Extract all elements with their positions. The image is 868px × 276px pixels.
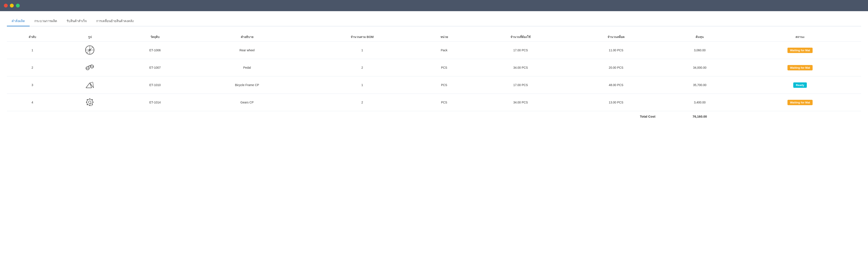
tab-orders[interactable]: คำสั่งผลิต bbox=[7, 16, 30, 26]
cell-seq: 2 bbox=[7, 59, 58, 76]
cell-icon bbox=[58, 42, 122, 59]
cell-code: ET-1007 bbox=[122, 59, 188, 76]
total-label: Total Cost bbox=[7, 111, 660, 122]
cell-stock-qty: 48.00 PCS bbox=[572, 76, 660, 94]
cell-cost: 3,060.00 bbox=[660, 42, 739, 59]
cell-status: Ready bbox=[739, 76, 861, 94]
svg-point-20 bbox=[89, 101, 91, 103]
total-empty bbox=[739, 111, 861, 122]
svg-line-7 bbox=[87, 50, 90, 53]
total-value: 76,160.00 bbox=[660, 111, 739, 122]
col-bom-qty: จำนวนตาม BOM bbox=[306, 32, 418, 42]
svg-line-6 bbox=[90, 47, 93, 50]
cell-need-qty: 34.00 PCS bbox=[470, 94, 572, 111]
materials-table: ลำดับ รูป วัตถุดิบ คำอธิบาย จำนวนตาม BOM… bbox=[7, 32, 861, 122]
item-icon-pedal bbox=[84, 62, 95, 73]
status-badge: Waiting for Mat bbox=[787, 48, 813, 53]
svg-point-24 bbox=[93, 102, 94, 103]
maximize-dot[interactable] bbox=[16, 4, 20, 7]
tab-receive[interactable]: รับสินค้าสำเร็จ bbox=[62, 16, 91, 26]
table-row: 2 ET-1007 Pedal 2 PCS 34.00 PCS 20.00 PC… bbox=[7, 59, 861, 76]
svg-line-13 bbox=[86, 83, 90, 88]
cell-unit: PCS bbox=[418, 59, 469, 76]
tab-bar: คำสั่งผลิต กระบวนการผลิต รับสินค้าสำเร็จ… bbox=[7, 16, 861, 26]
cell-seq: 3 bbox=[7, 76, 58, 94]
cell-bom-qty: 1 bbox=[306, 42, 418, 59]
svg-point-29 bbox=[90, 104, 92, 106]
svg-point-28 bbox=[92, 99, 93, 100]
cell-bom-qty: 2 bbox=[306, 59, 418, 76]
svg-point-23 bbox=[86, 102, 87, 103]
cell-status: Waiting for Mat bbox=[739, 94, 861, 111]
cell-stock-qty: 13.00 PCS bbox=[572, 94, 660, 111]
status-badge: Ready bbox=[793, 82, 807, 88]
table-row: 3 ET-1010 Bicycle Frame CP 1 PCS 17.00 P… bbox=[7, 76, 861, 94]
status-badge: Waiting for Mat bbox=[787, 100, 813, 105]
total-row: Total Cost 76,160.00 bbox=[7, 111, 861, 122]
cell-description: Pedal bbox=[188, 59, 306, 76]
svg-point-21 bbox=[89, 99, 90, 100]
cell-unit: PCS bbox=[418, 94, 469, 111]
cell-icon bbox=[58, 76, 122, 94]
cell-code: ET-1006 bbox=[122, 42, 188, 59]
svg-line-10 bbox=[88, 65, 92, 67]
col-icon: รูป bbox=[58, 32, 122, 42]
item-icon-gear bbox=[84, 97, 95, 107]
cell-icon bbox=[58, 94, 122, 111]
col-status: สถานะ bbox=[739, 32, 861, 42]
cell-unit: Pack bbox=[418, 42, 469, 59]
cell-icon bbox=[58, 59, 122, 76]
svg-rect-11 bbox=[86, 68, 89, 69]
col-need-qty: จำนวนที่ต้องใช้ bbox=[470, 32, 572, 42]
col-unit: หน่วย bbox=[418, 32, 469, 42]
cell-bom-qty: 1 bbox=[306, 76, 418, 94]
col-stock-qty: จำนวนสต็อค bbox=[572, 32, 660, 42]
minimize-dot[interactable] bbox=[10, 4, 14, 7]
cell-seq: 1 bbox=[7, 42, 58, 59]
table-row: 4 ET-1014 Gears CP 2 PCS bbox=[7, 94, 861, 111]
cell-status: Waiting for Mat bbox=[739, 42, 861, 59]
cell-need-qty: 17.00 PCS bbox=[470, 76, 572, 94]
table-row: 1 ET-1006 Rear wheel 1 Pack 17.00 PCS 11… bbox=[7, 42, 861, 59]
cell-stock-qty: 20.00 PCS bbox=[572, 59, 660, 76]
item-icon-wheel bbox=[84, 45, 95, 56]
cell-seq: 4 bbox=[7, 94, 58, 111]
cell-need-qty: 34.00 PCS bbox=[470, 59, 572, 76]
col-description: คำอธิบาย bbox=[188, 32, 306, 42]
close-dot[interactable] bbox=[4, 4, 8, 7]
svg-point-27 bbox=[87, 104, 88, 105]
tab-production[interactable]: กระบวนการผลิต bbox=[30, 16, 62, 26]
col-cost: ต้นทุน bbox=[660, 32, 739, 42]
cell-description: Gears CP bbox=[188, 94, 306, 111]
title-bar bbox=[0, 0, 868, 11]
cell-need-qty: 17.00 PCS bbox=[470, 42, 572, 59]
cell-status: Waiting for Mat bbox=[739, 59, 861, 76]
cell-bom-qty: 2 bbox=[306, 94, 418, 111]
tab-transfer[interactable]: การเคลื่อนย้ายสินค้าคงคลัง bbox=[91, 16, 138, 26]
main-content: คำสั่งผลิต กระบวนการผลิต รับสินค้าสำเร็จ… bbox=[0, 11, 868, 276]
cell-cost: 35,700.00 bbox=[660, 76, 739, 94]
status-badge: Waiting for Mat bbox=[787, 65, 813, 70]
cell-code: ET-1010 bbox=[122, 76, 188, 94]
col-code: วัตถุดิบ bbox=[122, 32, 188, 42]
cell-cost: 3,400.00 bbox=[660, 94, 739, 111]
cell-description: Rear wheel bbox=[188, 42, 306, 59]
svg-rect-12 bbox=[91, 66, 93, 67]
col-seq: ลำดับ bbox=[7, 32, 58, 42]
cell-unit: PCS bbox=[418, 76, 469, 94]
cell-description: Bicycle Frame CP bbox=[188, 76, 306, 94]
cell-stock-qty: 11.00 PCS bbox=[572, 42, 660, 59]
cell-cost: 34,000.00 bbox=[660, 59, 739, 76]
svg-point-25 bbox=[87, 99, 88, 100]
item-icon-frame bbox=[84, 79, 95, 90]
svg-line-17 bbox=[90, 82, 93, 83]
cell-code: ET-1014 bbox=[122, 94, 188, 111]
